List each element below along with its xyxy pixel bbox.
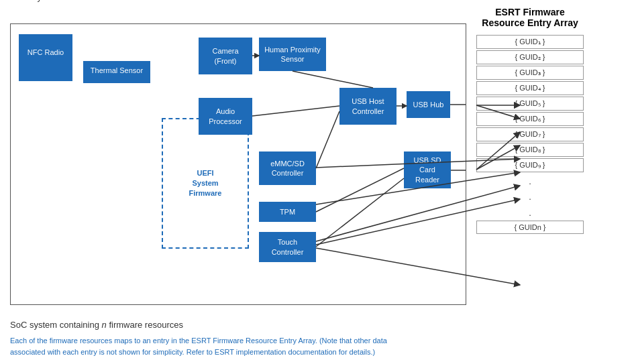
human-proximity-sensor: Human Proximity Sensor (259, 38, 326, 71)
guid-5: { GUID₅ } (476, 97, 584, 111)
guid-3: { GUID₃ } (476, 66, 584, 80)
uefi-box: UEFI System Firmware (162, 118, 249, 249)
guid-9: { GUID₉ } (476, 158, 584, 172)
camera: Camera (Front) (199, 38, 252, 74)
guid-1: { GUID₁ } (476, 35, 584, 49)
main-container: SoC system Mobile Broadband Radio WiFi R… (0, 0, 634, 364)
dot-2: . (476, 189, 584, 204)
bottom-description: Each of the firmware resources maps to a… (10, 335, 413, 357)
soc-box: Mobile Broadband Radio WiFi Radio Blueto… (10, 23, 466, 305)
guid-8: { GUID₈ } (476, 143, 584, 157)
svg-line-2 (252, 106, 339, 116)
usb-sd-card-reader: USB SD Card Reader (404, 151, 451, 188)
tpm: TPM (259, 202, 316, 222)
guid-7: { GUID₇ } (476, 127, 584, 141)
soc-label: SoC system (13, 0, 60, 2)
esrt-panel: ESRT Firmware Resource Entry Array { GUI… (476, 7, 584, 235)
emmc-controller: eMMC/SD Controller (259, 151, 316, 185)
uefi-label: UEFI System Firmware (184, 168, 227, 198)
svg-line-5 (316, 178, 404, 247)
thermal-sensor: Thermal Sensor (83, 61, 150, 80)
bottom-section: SoC system containing n firmware resourc… (10, 320, 624, 357)
guid-4: { GUID₄ } (476, 81, 584, 95)
svg-line-1 (293, 71, 373, 88)
guid-2: { GUID₂ } (476, 50, 584, 64)
dot-3: . (476, 205, 584, 221)
svg-line-3 (316, 111, 339, 168)
guid-6: { GUID₆ } (476, 112, 584, 126)
guid-n: { GUIDn } (476, 221, 584, 234)
nfc-radio: NFC Radio (19, 34, 72, 71)
dot-1: . (476, 174, 584, 189)
touch-controller: Touch Controller (259, 232, 316, 262)
usb-hub: USB Hub (407, 91, 450, 118)
esrt-title: ESRT Firmware Resource Entry Array (476, 7, 584, 28)
audio-processor: Audio Processor (199, 98, 252, 135)
svg-line-4 (316, 168, 404, 212)
usb-host-controller: USB Host Controller (339, 88, 397, 125)
bottom-caption: SoC system containing n firmware resourc… (10, 320, 624, 330)
